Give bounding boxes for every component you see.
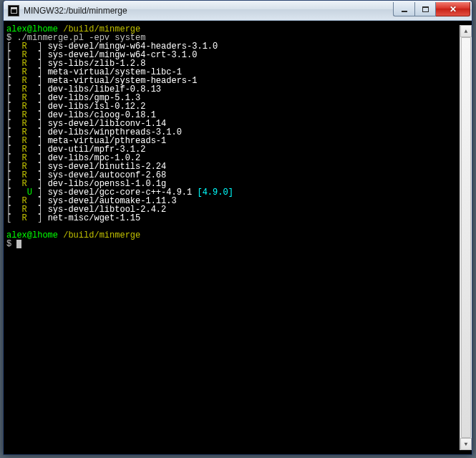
vertical-scrollbar[interactable]: ▲ ▼ — [460, 25, 472, 450]
close-button[interactable]: ✕ — [436, 2, 470, 16]
close-icon: ✕ — [450, 4, 457, 14]
scroll-up-button[interactable]: ▲ — [460, 25, 472, 37]
prompt-path: /build/minmerge — [63, 230, 140, 240]
version-extra: [4.9.0] — [197, 187, 233, 198]
cursor — [16, 240, 21, 248]
flag-letter: R — [22, 213, 27, 223]
prompt-symbol: $ — [6, 239, 16, 249]
minimize-icon — [402, 11, 407, 12]
client-area: alex@lhome /build/minmerge$ ./minmerge.p… — [4, 21, 472, 454]
maximize-icon — [422, 6, 429, 12]
maximize-button[interactable] — [414, 2, 436, 16]
minimize-button[interactable] — [393, 2, 414, 16]
terminal-window: MINGW32:/build/minmerge ✕ alex@lhome /bu… — [3, 0, 472, 455]
terminal-output[interactable]: alex@lhome /build/minmerge$ ./minmerge.p… — [6, 25, 460, 450]
titlebar[interactable]: MINGW32:/build/minmerge ✕ — [4, 1, 472, 21]
app-icon — [8, 5, 19, 16]
scroll-track[interactable] — [460, 37, 472, 438]
package-name: net-misc/wget-1.15 — [48, 213, 141, 223]
scroll-down-button[interactable]: ▼ — [460, 438, 472, 450]
prompt-line-2: alex@lhome /build/minmerge — [6, 231, 460, 240]
window-controls: ✕ — [393, 2, 470, 16]
input-line[interactable]: $ — [6, 240, 460, 248]
scroll-thumb[interactable] — [461, 37, 471, 438]
package-line: [ R ] net-misc/wget-1.15 — [6, 214, 460, 223]
window-title: MINGW32:/build/minmerge — [24, 6, 393, 16]
